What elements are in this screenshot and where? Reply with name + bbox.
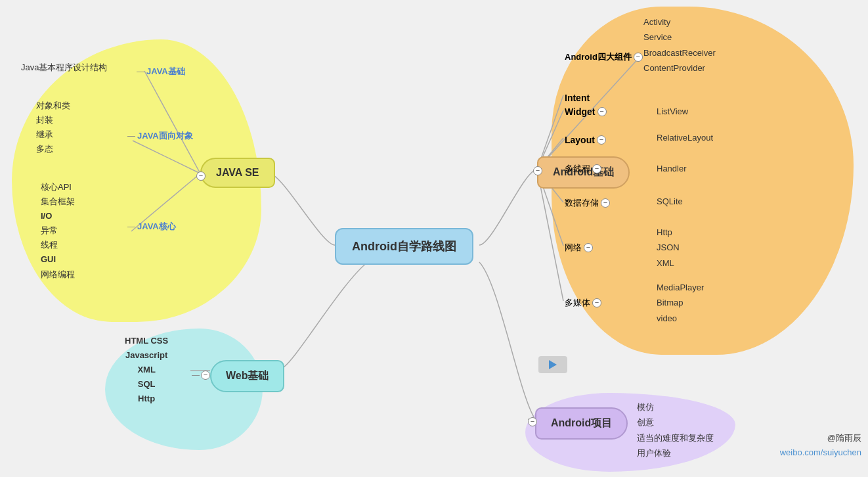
layout-minus-btn[interactable]: − xyxy=(597,135,606,145)
web-content: HTML CSS Javascript XML SQL Http xyxy=(125,334,168,406)
java-oop-item-2: 封装 xyxy=(36,113,70,127)
project-item-3: 适当的难度和复杂度 xyxy=(637,430,714,445)
multimedia-label: 多媒体 xyxy=(565,297,590,309)
widget-content: ListView xyxy=(657,104,688,119)
java-core-item-5: 线程 xyxy=(41,238,75,252)
mediaplayer-item: MediaPlayer xyxy=(657,280,704,295)
web-connector: — − xyxy=(192,371,212,380)
multimedia-content: MediaPlayer Bitmap video xyxy=(657,280,704,326)
project-item-2: 创意 xyxy=(637,415,714,430)
java-se-minus-btn[interactable]: − xyxy=(196,171,206,181)
http-item: Http xyxy=(657,225,680,240)
datastorage-label-group: 数据存储 − xyxy=(565,197,612,209)
sqlite-item: SQLite xyxy=(657,194,683,209)
java-core-item-3: I/O xyxy=(41,209,75,223)
java-oop-item-3: 继承 xyxy=(36,127,70,142)
datastorage-label: 数据存储 xyxy=(565,197,599,209)
project-item-4: 用户体验 xyxy=(637,445,714,461)
intent-label-group: Intent xyxy=(565,92,590,104)
java-core-content: 核心API 集合框架 I/O 异常 线程 GUI 网络编程 xyxy=(41,180,75,282)
widget-minus-btn[interactable]: − xyxy=(597,107,607,116)
android-components-content: Activity Service BroadcastReceiver Conte… xyxy=(643,14,716,76)
intent-label: Intent xyxy=(565,93,590,103)
xml-item: XML xyxy=(657,256,680,271)
widget-label: Widget xyxy=(565,106,596,117)
json-item: JSON xyxy=(657,240,680,255)
play-button[interactable] xyxy=(538,356,567,373)
project-content: 模仿 创意 适当的难度和复杂度 用户体验 xyxy=(637,399,714,461)
android-basic-connector: − xyxy=(533,164,544,176)
web-item-3: XML xyxy=(125,363,168,377)
contentprovider-item: ContentProvider xyxy=(643,60,716,76)
java-se-label: JAVA SE xyxy=(216,167,259,178)
java-basic-item-1: Java基本程序设计结构 xyxy=(21,60,107,75)
central-label: Android自学路线图 xyxy=(352,240,456,253)
web-basic-node: Web基础 xyxy=(210,360,284,392)
weibo-url: weibo.com/suiyuchen xyxy=(780,447,861,457)
network-label: 网络 xyxy=(565,242,582,254)
android-components-label: Android四大组件 xyxy=(565,51,632,63)
web-item-5: Http xyxy=(125,392,168,406)
multithread-minus-btn[interactable]: − xyxy=(592,164,601,173)
layout-label-group: Layout − xyxy=(565,135,608,145)
layout-content: RelativeLayout xyxy=(657,130,713,145)
java-oop-item-4: 多态 xyxy=(36,142,70,156)
web-item-1: HTML CSS xyxy=(125,334,168,348)
project-item-1: 模仿 xyxy=(637,399,714,415)
broadcast-item: BroadcastReceiver xyxy=(643,45,716,60)
multimedia-minus-btn[interactable]: − xyxy=(592,298,601,307)
bitmap-item: Bitmap xyxy=(657,295,704,310)
android-basic-minus-btn[interactable]: − xyxy=(533,166,542,175)
layout-label: Layout xyxy=(565,135,595,145)
video-item: video xyxy=(657,311,704,326)
java-core-item-2: 集合框架 xyxy=(41,194,75,209)
components-minus-btn[interactable]: − xyxy=(634,53,643,62)
listview-item: ListView xyxy=(657,104,688,119)
web-minus-btn[interactable]: − xyxy=(201,371,210,380)
multithread-label-group: 多线程 − xyxy=(565,163,603,175)
datastorage-content: SQLite xyxy=(657,194,683,209)
widget-label-group: Widget − xyxy=(565,106,609,117)
android-components-label-group: Android四大组件 − xyxy=(565,51,645,63)
java-basic-content: Java基本程序设计结构 xyxy=(21,60,107,75)
java-core-item-6: GUI xyxy=(41,252,75,267)
java-se-connector: − xyxy=(196,170,207,181)
java-core-item-1: 核心API xyxy=(41,180,75,194)
java-oop-label-group: — JAVA面向对象 xyxy=(127,130,193,142)
android-project-label: Android项目 xyxy=(551,417,612,428)
central-node: Android自学路线图 xyxy=(335,228,473,265)
project-connector: − xyxy=(528,417,539,426)
java-basic-label: JAVA基础 xyxy=(146,66,185,78)
java-oop-item-1: 对象和类 xyxy=(36,99,70,113)
project-minus-btn[interactable]: − xyxy=(528,417,537,426)
web-item-2: Javascript xyxy=(125,348,168,363)
play-triangle-icon xyxy=(549,360,557,369)
java-se-node: JAVA SE xyxy=(200,158,275,188)
web-basic-label: Web基础 xyxy=(226,370,269,381)
relativelayout-item: RelativeLayout xyxy=(657,130,713,145)
android-project-node: Android项目 xyxy=(535,407,628,440)
network-label-group: 网络 − xyxy=(565,242,595,254)
java-core-label-group: — JAVA核心 xyxy=(127,221,176,233)
datastorage-minus-btn[interactable]: − xyxy=(601,198,610,208)
network-minus-btn[interactable]: − xyxy=(584,243,593,252)
java-core-item-7: 网络编程 xyxy=(41,267,75,282)
multithread-label: 多线程 xyxy=(565,163,590,175)
java-basic-label-group: — JAVA基础 xyxy=(137,66,185,78)
web-item-4: SQL xyxy=(125,377,168,392)
handler-item: Handler xyxy=(657,161,687,176)
java-oop-content: 对象和类 封装 继承 多态 xyxy=(36,99,70,156)
multithread-content: Handler xyxy=(657,161,687,176)
network-content: Http JSON XML xyxy=(657,225,680,271)
service-item: Service xyxy=(643,30,716,45)
activity-item: Activity xyxy=(643,14,716,30)
java-core-label: JAVA核心 xyxy=(137,221,176,233)
java-oop-label: JAVA面向对象 xyxy=(137,130,193,142)
java-core-item-4: 异常 xyxy=(41,223,75,238)
weibo-username: @隋雨辰 xyxy=(827,432,861,444)
multimedia-label-group: 多媒体 − xyxy=(565,297,603,309)
